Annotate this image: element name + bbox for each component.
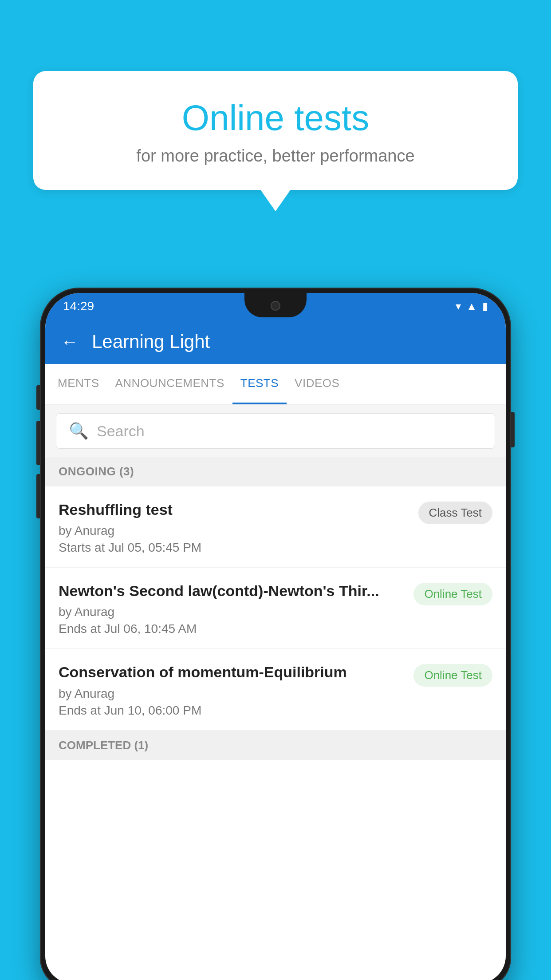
phone-screen: 14:29 ▾ ▲ ▮ ← Learning Light MENTS ANNOU… <box>45 293 506 980</box>
bubble-tail <box>260 189 291 211</box>
phone-notch <box>244 293 307 317</box>
test-badge-1: Class Test <box>418 502 492 524</box>
ongoing-label: ONGOING (3) <box>59 465 134 478</box>
signal-icon: ▲ <box>466 300 477 312</box>
test-author-2: by Anurag <box>59 605 405 619</box>
back-button[interactable]: ← <box>61 332 79 352</box>
test-date-3: Ends at Jun 10, 06:00 PM <box>59 703 405 718</box>
speech-bubble-container: Online tests for more practice, better p… <box>33 71 518 211</box>
completed-label: COMPLETED (1) <box>59 739 148 752</box>
completed-section-header: COMPLETED (1) <box>45 731 506 760</box>
wifi-icon: ▾ <box>456 300 461 312</box>
search-container: 🔍 Search <box>45 405 506 457</box>
tab-ments[interactable]: MENTS <box>50 364 107 404</box>
test-date-1: Starts at Jul 05, 05:45 PM <box>59 541 409 555</box>
camera-dot <box>271 301 280 311</box>
test-title-3: Conservation of momentum-Equilibrium <box>59 662 405 682</box>
app-title: Learning Light <box>92 331 210 352</box>
volume-up-button <box>36 421 40 465</box>
tab-tests[interactable]: TESTS <box>232 364 287 404</box>
search-bar[interactable]: 🔍 Search <box>56 413 495 449</box>
search-placeholder: Search <box>97 423 145 440</box>
phone-frame: 14:29 ▾ ▲ ▮ ← Learning Light MENTS ANNOU… <box>40 288 511 980</box>
test-item-reshuffling[interactable]: Reshuffling test by Anurag Starts at Jul… <box>45 486 506 568</box>
tabs-bar: MENTS ANNOUNCEMENTS TESTS VIDEOS <box>45 364 506 405</box>
test-author-1: by Anurag <box>59 524 409 538</box>
ongoing-section-header: ONGOING (3) <box>45 457 506 486</box>
test-info-1: Reshuffling test by Anurag Starts at Jul… <box>59 500 418 555</box>
test-info-3: Conservation of momentum-Equilibrium by … <box>59 662 413 717</box>
test-title-1: Reshuffling test <box>59 500 409 519</box>
test-info-2: Newton's Second law(contd)-Newton's Thir… <box>59 581 413 636</box>
search-icon: 🔍 <box>69 422 89 440</box>
test-badge-2: Online Test <box>413 583 492 605</box>
test-list: Reshuffling test by Anurag Starts at Jul… <box>45 486 506 731</box>
test-author-3: by Anurag <box>59 687 405 701</box>
test-title-2: Newton's Second law(contd)-Newton's Thir… <box>59 581 405 601</box>
test-item-conservation[interactable]: Conservation of momentum-Equilibrium by … <box>45 649 506 730</box>
battery-icon: ▮ <box>482 300 488 312</box>
test-date-2: Ends at Jul 06, 10:45 AM <box>59 622 405 636</box>
mute-button <box>36 385 40 410</box>
tab-videos[interactable]: VIDEOS <box>287 364 347 404</box>
volume-down-button <box>36 474 40 518</box>
test-badge-3: Online Test <box>413 664 492 687</box>
app-bar: ← Learning Light <box>45 320 506 364</box>
status-time: 14:29 <box>63 299 94 313</box>
test-item-newton[interactable]: Newton's Second law(contd)-Newton's Thir… <box>45 568 506 649</box>
bubble-title: Online tests <box>69 98 482 138</box>
speech-bubble: Online tests for more practice, better p… <box>33 71 518 190</box>
bubble-subtitle: for more practice, better performance <box>69 146 482 166</box>
tab-announcements[interactable]: ANNOUNCEMENTS <box>107 364 232 404</box>
status-icons: ▾ ▲ ▮ <box>456 300 488 312</box>
power-button <box>511 412 515 447</box>
